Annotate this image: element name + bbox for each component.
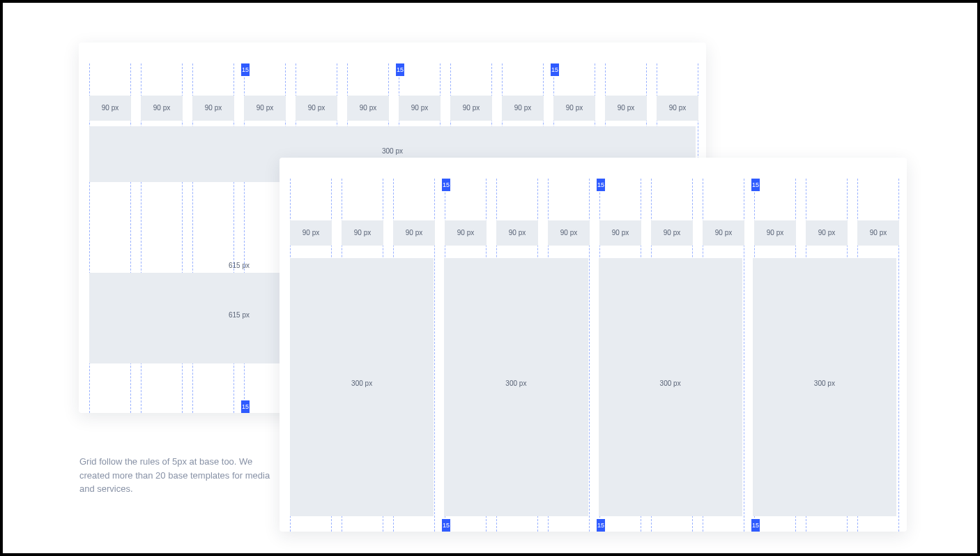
column-width-cell: 90 px (496, 220, 538, 246)
col-width-label: 300 px (599, 380, 742, 387)
col-width-label: 300 px (290, 380, 434, 387)
column-width-cell: 90 px (754, 220, 796, 246)
column-width-cell: 90 px (605, 96, 647, 121)
column-width-cell: 90 px (553, 96, 595, 121)
quarter-col: 300 px (599, 258, 742, 516)
gutter-badge: 15 (597, 179, 605, 191)
grid-caption: Grid follow the rules of 5px at base too… (79, 455, 275, 496)
gutter-badge-bottom: 15 (442, 519, 450, 532)
column-width-cell: 90 px (290, 220, 332, 246)
col-width-label: 300 px (444, 380, 588, 387)
gutter-badge-bottom: 15 (751, 519, 760, 532)
column-width-cell: 90 px (393, 220, 435, 246)
column-width-cell: 90 px (244, 96, 286, 121)
column-width-cell: 90 px (502, 96, 544, 121)
quarter-col: 300 px (753, 258, 896, 516)
column-width-cell: 90 px (651, 220, 693, 246)
column-width-row: 90 px 90 px 90 px 90 px 90 px 90 px 90 p… (290, 220, 896, 246)
gutter-badge: 15 (241, 63, 250, 76)
column-width-row: 90 px 90 px 90 px 90 px 90 px 90 px 90 p… (89, 96, 696, 121)
column-width-cell: 90 px (857, 220, 899, 246)
col-width-label: 300 px (753, 380, 896, 387)
column-width-cell: 90 px (445, 220, 487, 246)
gutter-badge-bottom: 15 (597, 519, 605, 532)
column-width-cell: 90 px (347, 96, 389, 121)
column-width-cell: 90 px (599, 220, 641, 246)
gutter-badge: 15 (396, 63, 404, 76)
column-width-cell: 90 px (192, 96, 234, 121)
column-width-cell: 90 px (450, 96, 492, 121)
quarter-col: 300 px (290, 258, 434, 516)
column-width-cell: 90 px (89, 96, 131, 121)
row-width-label: 300 px (89, 126, 696, 155)
gutter-badge: 15 (551, 63, 559, 76)
column-width-cell: 90 px (548, 220, 590, 246)
gutter-badge: 15 (442, 179, 450, 191)
quarter-col: 300 px (444, 258, 588, 516)
column-width-cell: 90 px (342, 220, 383, 246)
column-width-cell: 90 px (703, 220, 744, 246)
gutter-badge: 15 (751, 179, 760, 191)
gutter-badge-bottom: 15 (241, 400, 250, 413)
column-width-cell: 90 px (296, 96, 337, 121)
column-width-cell: 90 px (141, 96, 183, 121)
grid-panel-front: 15 15 15 15 15 15 90 px 90 px 90 px 90 p… (280, 158, 907, 532)
column-width-cell: 90 px (657, 96, 698, 121)
column-width-cell: 90 px (399, 96, 441, 121)
column-width-cell: 90 px (806, 220, 848, 246)
quarter-columns-row: 300 px 300 px 300 px 300 px (290, 258, 896, 516)
